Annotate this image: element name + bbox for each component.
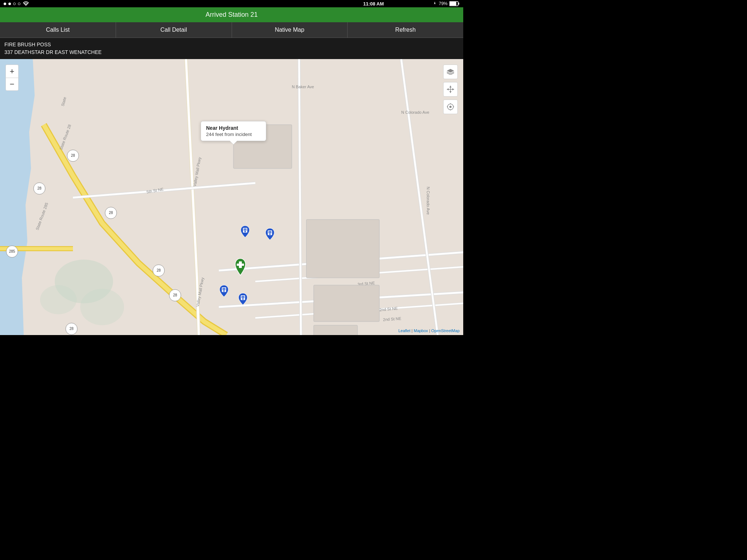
svg-text:28: 28 <box>173 293 177 297</box>
svg-text:28: 28 <box>109 211 113 215</box>
svg-text:N Baker Ave: N Baker Ave <box>292 85 314 89</box>
zoom-in-button[interactable]: + <box>5 65 19 78</box>
layers-icon <box>447 69 454 75</box>
svg-marker-0 <box>434 1 436 4</box>
hydrant-tooltip: Near Hydrant 244 feet from incident <box>201 121 266 141</box>
svg-rect-35 <box>306 219 379 278</box>
svg-text:N Colorado Ave: N Colorado Ave <box>426 187 430 215</box>
zoom-controls: + − <box>5 65 19 91</box>
zoom-out-button[interactable]: − <box>5 78 19 91</box>
hydrant-marker-5[interactable] <box>238 292 248 307</box>
map-container[interactable]: State Route 28 State Route 285 28 28 28 … <box>0 59 463 335</box>
mapbox-link[interactable]: Mapbox <box>414 328 428 333</box>
locate-icon <box>447 103 454 110</box>
pan-button[interactable] <box>443 82 458 97</box>
wifi-icon <box>23 1 29 6</box>
signal-dot-3 <box>13 3 16 5</box>
svg-text:N Colorado Ave: N Colorado Ave <box>401 110 429 114</box>
svg-rect-73 <box>241 296 244 297</box>
map-controls <box>443 65 458 114</box>
status-time: 11:08 AM <box>363 1 384 7</box>
battery-percent: 79% <box>439 1 448 6</box>
svg-rect-36 <box>314 285 379 322</box>
svg-rect-70 <box>222 289 225 290</box>
tab-refresh[interactable]: Refresh <box>348 22 463 38</box>
tooltip-subtitle: 244 feet from incident <box>206 132 261 137</box>
signal-dot-1 <box>4 3 6 5</box>
call-type: FIRE BRUSH POSS <box>4 41 459 48</box>
svg-rect-65 <box>268 231 271 232</box>
tab-calls-list[interactable]: Calls List <box>0 22 116 38</box>
call-address: 337 DEATHSTAR DR EAST WENATCHEE <box>4 48 459 56</box>
nav-tabs: Calls List Call Detail Native Map Refres… <box>0 22 463 38</box>
svg-text:28: 28 <box>69 327 74 331</box>
locate-button[interactable] <box>443 100 458 114</box>
hydrant-marker-4[interactable] <box>219 284 229 299</box>
osm-link[interactable]: OpenStreetMap <box>431 328 460 333</box>
location-icon <box>433 1 437 6</box>
svg-marker-49 <box>452 88 454 90</box>
svg-point-75 <box>242 298 244 300</box>
crosshair-move-icon <box>447 86 454 93</box>
svg-marker-46 <box>449 86 452 88</box>
svg-rect-62 <box>244 230 247 230</box>
svg-marker-47 <box>449 91 452 93</box>
svg-rect-61 <box>244 229 247 229</box>
map-svg: State Route 28 State Route 285 28 28 28 … <box>0 59 463 335</box>
svg-rect-2 <box>450 2 456 5</box>
svg-point-42 <box>40 285 77 314</box>
signal-dot-2 <box>8 3 11 5</box>
arrived-banner: Arrived Station 21 <box>0 7 463 22</box>
tab-call-detail[interactable]: Call Detail <box>116 22 232 38</box>
svg-point-63 <box>244 231 246 232</box>
hydrant-marker-2[interactable] <box>240 225 250 240</box>
svg-rect-77 <box>237 264 244 266</box>
map-attribution: Leaflet | Mapbox | OpenStreetMap <box>398 328 460 333</box>
signal-dot-4 <box>18 3 20 5</box>
banner-text: Arrived Station 21 <box>205 11 258 18</box>
hydrant-marker-3[interactable] <box>265 228 275 242</box>
status-right: 79% <box>433 1 460 6</box>
svg-text:28: 28 <box>71 153 75 158</box>
battery-icon <box>449 1 460 6</box>
svg-point-41 <box>80 289 124 325</box>
svg-rect-74 <box>241 297 244 298</box>
status-left <box>4 1 29 6</box>
svg-text:285: 285 <box>9 249 15 253</box>
svg-rect-37 <box>314 325 357 335</box>
layers-button[interactable] <box>443 65 458 79</box>
svg-rect-3 <box>458 3 459 5</box>
tab-native-map[interactable]: Native Map <box>232 22 348 38</box>
tooltip-title: Near Hydrant <box>206 125 261 131</box>
svg-text:28: 28 <box>156 268 161 272</box>
svg-rect-69 <box>222 288 225 289</box>
svg-point-71 <box>223 290 225 292</box>
status-bar: 11:08 AM 79% <box>0 0 463 7</box>
incident-marker[interactable] <box>232 258 248 277</box>
svg-point-67 <box>269 233 271 235</box>
call-info: FIRE BRUSH POSS 337 DEATHSTAR DR EAST WE… <box>0 38 463 59</box>
svg-text:28: 28 <box>37 186 42 190</box>
leaflet-link[interactable]: Leaflet <box>398 328 410 333</box>
svg-point-51 <box>449 106 452 108</box>
svg-rect-66 <box>268 232 271 233</box>
svg-marker-48 <box>447 88 449 90</box>
